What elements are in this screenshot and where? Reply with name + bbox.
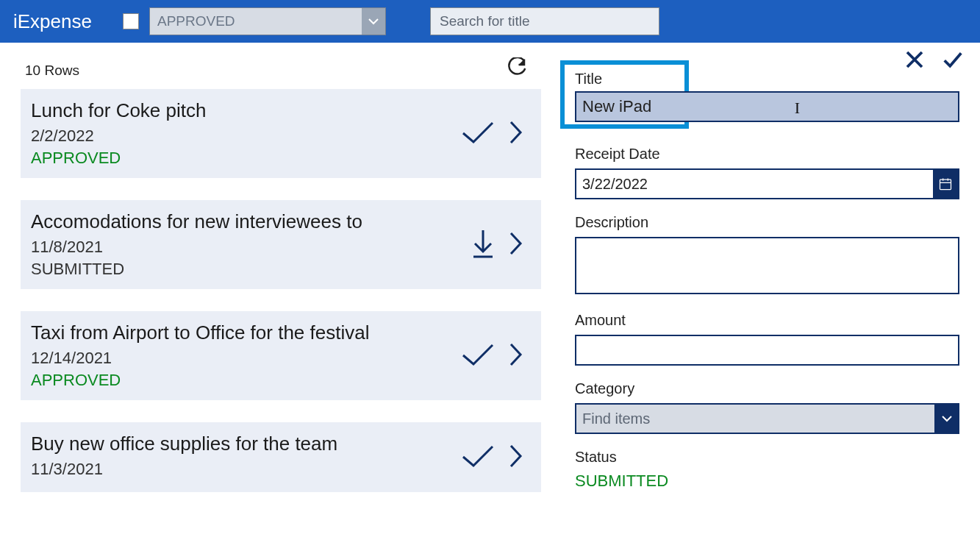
list-item-title: Buy new office supplies for the team bbox=[31, 433, 460, 455]
app-header: iExpense APPROVED Search for title bbox=[0, 0, 980, 43]
list-item-title: Accomodations for new interviewees to bbox=[31, 210, 471, 233]
list-item-text: Buy new office supplies for the team11/3… bbox=[31, 433, 460, 482]
status-label: Status bbox=[575, 449, 959, 466]
list-item-status: APPROVED bbox=[31, 149, 460, 168]
search-placeholder: Search for title bbox=[440, 13, 530, 29]
title-label: Title bbox=[575, 71, 674, 88]
status-field-group: Status SUBMITTED bbox=[575, 449, 959, 491]
text-cursor-icon: I bbox=[795, 99, 800, 118]
list-item-date: 2/2/2022 bbox=[31, 127, 460, 146]
title-input-value: New iPad bbox=[582, 97, 651, 116]
list-item[interactable]: Accomodations for new interviewees to11/… bbox=[21, 200, 541, 289]
chevron-right-icon[interactable] bbox=[509, 120, 523, 148]
expense-list: Lunch for Coke pitch2/2/2022APPROVEDAcco… bbox=[21, 89, 546, 514]
list-item-date: 11/3/2021 bbox=[31, 460, 460, 479]
amount-input[interactable] bbox=[575, 335, 959, 366]
description-input[interactable] bbox=[575, 237, 959, 294]
check-icon[interactable] bbox=[460, 342, 496, 370]
list-item-text: Accomodations for new interviewees to11/… bbox=[31, 210, 471, 279]
chevron-right-icon[interactable] bbox=[509, 342, 523, 370]
filter-checkbox[interactable] bbox=[123, 13, 139, 29]
list-item-text: Taxi from Airport to Office for the fest… bbox=[31, 321, 460, 390]
list-item-actions bbox=[460, 120, 528, 148]
svg-rect-0 bbox=[940, 179, 951, 189]
filter-dropdown[interactable]: APPROVED bbox=[149, 7, 386, 35]
search-input[interactable]: Search for title bbox=[430, 7, 659, 35]
list-item-actions bbox=[471, 229, 528, 261]
list-item-status: SUBMITTED bbox=[31, 260, 471, 279]
row-count-label: 10 Rows bbox=[25, 63, 79, 79]
filter-dropdown-value: APPROVED bbox=[157, 13, 235, 29]
list-item[interactable]: Taxi from Airport to Office for the fest… bbox=[21, 311, 541, 400]
refresh-icon[interactable] bbox=[506, 57, 528, 83]
chevron-right-icon[interactable] bbox=[509, 444, 523, 472]
list-header: 10 Rows bbox=[21, 43, 546, 89]
list-item-title: Lunch for Coke pitch bbox=[31, 99, 460, 122]
chevron-down-icon bbox=[934, 403, 959, 434]
calendar-icon[interactable] bbox=[933, 170, 958, 198]
app-title: iExpense bbox=[13, 10, 92, 33]
check-icon[interactable] bbox=[460, 120, 496, 148]
list-item-actions bbox=[460, 342, 528, 370]
expense-list-pane: 10 Rows Lunch for Coke pitch2/2/2022APPR… bbox=[0, 43, 546, 537]
title-field-group: Title New iPad I bbox=[575, 60, 959, 131]
list-item-actions bbox=[460, 444, 528, 472]
check-icon[interactable] bbox=[460, 444, 496, 472]
list-item-title: Taxi from Airport to Office for the fest… bbox=[31, 321, 460, 344]
list-item-date: 12/14/2021 bbox=[31, 349, 460, 368]
category-placeholder: Find items bbox=[575, 403, 934, 434]
download-icon[interactable] bbox=[471, 229, 496, 261]
title-input[interactable]: New iPad I bbox=[575, 91, 959, 122]
description-label: Description bbox=[575, 214, 959, 231]
chevron-right-icon[interactable] bbox=[509, 231, 523, 259]
chevron-down-icon bbox=[362, 8, 385, 35]
status-value: SUBMITTED bbox=[575, 472, 959, 491]
list-item-text: Lunch for Coke pitch2/2/2022APPROVED bbox=[31, 99, 460, 168]
amount-label: Amount bbox=[575, 312, 959, 329]
date-input[interactable] bbox=[575, 168, 959, 199]
category-dropdown[interactable]: Find items bbox=[575, 403, 959, 434]
list-item[interactable]: Lunch for Coke pitch2/2/2022APPROVED bbox=[21, 89, 541, 178]
amount-field-group: Amount bbox=[575, 312, 959, 366]
category-label: Category bbox=[575, 380, 959, 397]
list-item[interactable]: Buy new office supplies for the team11/3… bbox=[21, 422, 541, 492]
category-field-group: Category Find items bbox=[575, 380, 959, 434]
description-field-group: Description bbox=[575, 214, 959, 297]
main-content: 10 Rows Lunch for Coke pitch2/2/2022APPR… bbox=[0, 43, 980, 537]
list-item-status: APPROVED bbox=[31, 371, 460, 390]
date-field-group: Receipt Date bbox=[575, 146, 959, 199]
list-item-date: 11/8/2021 bbox=[31, 238, 471, 257]
detail-form-pane: Title New iPad I Receipt Date Descriptio… bbox=[546, 43, 980, 537]
date-label: Receipt Date bbox=[575, 146, 959, 163]
